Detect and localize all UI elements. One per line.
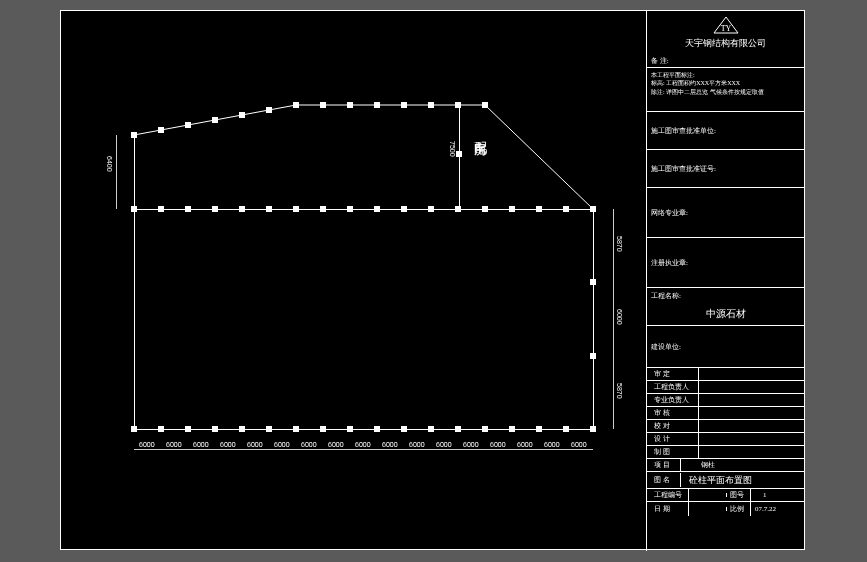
titleblock: TY 天宇钢结构有限公司 备 注: 本工程平面标注: 标高: 工程面积约XXX平… [646, 11, 804, 551]
signature-rows: 审 定 工程负责人 专业负责人 审 核 校 对 设 计 制 图 项 目钢柱 图 … [647, 368, 804, 515]
dim-r2: 6000 [616, 309, 623, 325]
partition-beam [459, 105, 460, 209]
left-beam [134, 135, 135, 429]
dim-r3: 5870 [616, 383, 623, 399]
bottom-beam [134, 429, 593, 430]
top-beam [131, 101, 601, 221]
company-name: 天宇钢结构有限公司 [647, 37, 804, 50]
drawing-frame: 配电房 6000 6000 6000 6000 6000 6000 6000 6… [60, 10, 805, 550]
dim-r1: 5870 [616, 236, 623, 252]
right-beam [593, 209, 594, 429]
notes-body: 本工程平面标注: 标高: 工程面积约XXX平方米XXX 除注: 详图中二层总览 … [647, 68, 804, 112]
sheet-no: 1 [751, 491, 767, 499]
company-logo: TY 天宇钢结构有限公司 [647, 11, 804, 54]
tb-row-1: 施工图审查批准单位: [647, 112, 804, 150]
tb-row-5: 工程名称: 中源石材 [647, 288, 804, 326]
drawing-area: 配电房 6000 6000 6000 6000 6000 6000 6000 6… [61, 11, 646, 551]
svg-text:TY: TY [720, 24, 731, 33]
col-r1 [590, 279, 596, 285]
date-val: 07.7.22 [751, 505, 776, 513]
tb-row-2: 施工图审查批准证号: [647, 150, 804, 188]
drawing-title: 砼柱平面布置图 [681, 474, 752, 487]
dim-line-right [613, 209, 614, 429]
dim-line-bottom [134, 449, 593, 450]
col-mid-v [456, 151, 462, 157]
tb-row-4: 注册执业章: [647, 238, 804, 288]
dim-mid-v: 7500 [449, 141, 456, 157]
project-name: 中源石材 [651, 307, 800, 321]
col-r2 [590, 353, 596, 359]
dim-left: 6400 [106, 156, 113, 172]
notes-header: 备 注: [647, 54, 804, 68]
tb-row-6: 建设单位: [647, 326, 804, 368]
dim-line-left [116, 135, 117, 209]
tb-row-3: 网络专业章: [647, 188, 804, 238]
